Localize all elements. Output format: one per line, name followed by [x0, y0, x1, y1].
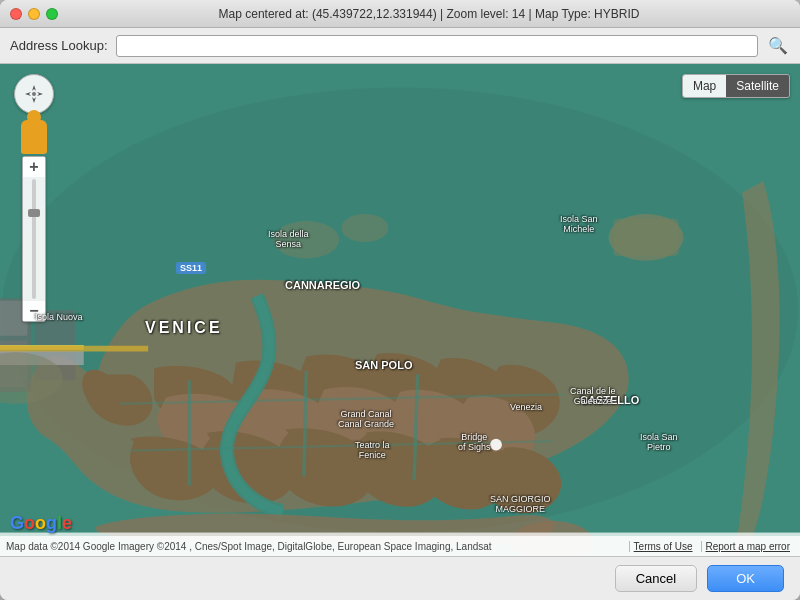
svg-point-18	[341, 214, 388, 242]
zoom-out-button[interactable]: −	[23, 301, 45, 321]
svg-marker-23	[32, 97, 36, 103]
map-attribution: Map data ©2014 Google Imagery ©2014 , Cn…	[0, 536, 800, 556]
map-container[interactable]: Map Satellite + −	[0, 64, 800, 556]
attribution-text: Map data ©2014 Google Imagery ©2014 , Cn…	[6, 541, 625, 552]
zoom-slider-thumb[interactable]	[28, 209, 40, 217]
svg-point-17	[273, 221, 339, 258]
title-bar: Map centered at: (45.439722,12.331944) |…	[0, 0, 800, 28]
svg-line-13	[304, 371, 306, 476]
traffic-lights	[10, 8, 58, 20]
svg-marker-24	[25, 92, 31, 96]
zoom-slider-track[interactable]	[32, 179, 36, 299]
map-type-satellite-button[interactable]: Satellite	[726, 75, 789, 97]
ok-button[interactable]: OK	[707, 565, 784, 592]
minimize-button[interactable]	[28, 8, 40, 20]
map-type-controls: Map Satellite	[682, 74, 790, 98]
cancel-button[interactable]: Cancel	[615, 565, 697, 592]
svg-point-19	[490, 439, 502, 451]
zoom-controls: + −	[22, 156, 46, 322]
map-svg	[0, 64, 800, 556]
close-button[interactable]	[10, 8, 22, 20]
address-label: Address Lookup:	[10, 38, 108, 53]
map-controls: + −	[14, 74, 54, 322]
zoom-in-button[interactable]: +	[23, 157, 45, 177]
street-view-control[interactable]	[21, 120, 47, 154]
map-type-map-button[interactable]: Map	[683, 75, 726, 97]
svg-point-26	[32, 92, 36, 96]
maximize-button[interactable]	[46, 8, 58, 20]
terms-of-use-link[interactable]: Terms of Use	[629, 541, 697, 552]
svg-marker-22	[32, 85, 36, 91]
navigation-control[interactable]	[14, 74, 54, 114]
report-map-error-link[interactable]: Report a map error	[701, 541, 794, 552]
window-title: Map centered at: (45.439722,12.331944) |…	[68, 7, 790, 21]
svg-rect-10	[613, 219, 679, 256]
main-window: Map centered at: (45.439722,12.331944) |…	[0, 0, 800, 600]
search-button[interactable]: 🔍	[766, 34, 790, 58]
google-logo: Google	[10, 513, 72, 534]
address-bar: Address Lookup: 🔍	[0, 28, 800, 64]
address-input[interactable]	[116, 35, 758, 57]
svg-marker-25	[37, 92, 43, 96]
button-bar: Cancel OK	[0, 556, 800, 600]
